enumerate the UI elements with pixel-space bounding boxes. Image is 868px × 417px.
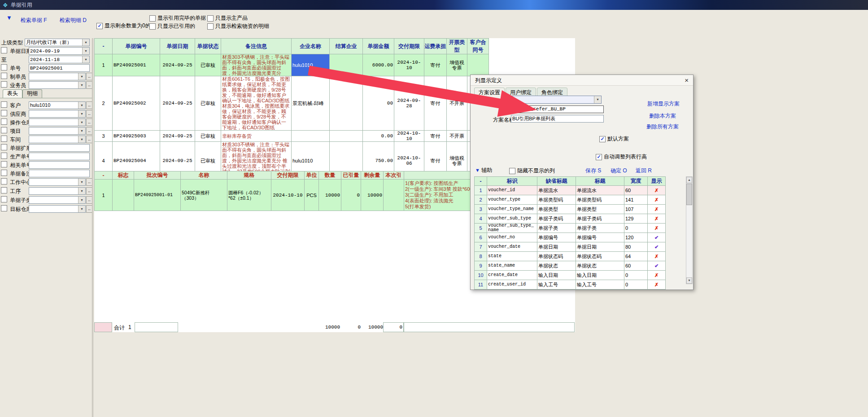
target-warehouse-select[interactable]: ▼	[29, 205, 86, 213]
cell-title[interactable]: 单据流水	[576, 186, 624, 195]
back-button[interactable]: 返回 R	[636, 167, 652, 175]
table-row[interactable]: 3 voucher_type_name 单据类型 单据类型 107 ✗	[475, 205, 666, 214]
process-select[interactable]: ▼	[29, 187, 86, 195]
cell-row-num[interactable]: 8	[475, 252, 487, 261]
tab-header[interactable]: 表头	[3, 89, 22, 98]
cell-row-num[interactable]: 3	[475, 205, 487, 214]
cell-width[interactable]: 129	[624, 214, 648, 224]
checkbox-icon[interactable]	[149, 15, 156, 22]
checkbox-icon[interactable]	[1, 101, 7, 108]
checkbox-icon[interactable]	[207, 23, 214, 30]
checkbox-icon[interactable]	[1, 153, 7, 159]
cell-default-title[interactable]: 单据类型码	[537, 195, 576, 205]
date-to-input[interactable]: 2024-11-18 ▼	[29, 56, 90, 63]
dropdown-icon[interactable]: ▼	[78, 102, 85, 109]
cell-default-title[interactable]: 输入日期	[537, 271, 576, 280]
cell-default-title[interactable]: 单据子类码	[537, 214, 576, 224]
checkbox-icon[interactable]	[1, 205, 7, 211]
checkbox-icon[interactable]	[509, 168, 515, 174]
cell-voucher-no[interactable]: BP240925001	[113, 54, 160, 76]
cell-voucher-date[interactable]: 2024-09-25	[160, 76, 195, 131]
cell-width[interactable]: 60	[624, 261, 648, 271]
visibility-mark[interactable]: ✗	[648, 252, 666, 261]
cell-voucher-date[interactable]: 2024-09-25	[160, 54, 195, 76]
delete-all-schemes-link[interactable]: 删除所有方案	[646, 123, 679, 131]
cell-company[interactable]: 景宏机械-邱峰	[292, 76, 330, 131]
checkbox-icon[interactable]	[599, 136, 606, 142]
voucher-ext-input[interactable]	[29, 144, 90, 152]
cell-row-num[interactable]: 11	[475, 280, 487, 290]
table-row[interactable]: 8 state 单据状态码 单据状态码 64 ✗	[475, 252, 666, 261]
checkbox-icon[interactable]	[96, 23, 103, 29]
show-finished-checkbox[interactable]: 显示引用完毕的单据	[149, 14, 206, 22]
supplier-select[interactable]: ▼	[29, 110, 86, 118]
ok-button[interactable]: 确定 O	[611, 167, 627, 175]
visibility-mark[interactable]: ✗	[648, 271, 666, 280]
cell-default-title[interactable]: 单据流水	[537, 186, 576, 195]
cell-row-num[interactable]: 1	[475, 186, 487, 195]
cell-field-id[interactable]: voucher_sub_type_name	[487, 224, 537, 233]
cell-row-num[interactable]: 4	[475, 214, 487, 224]
checkbox-icon[interactable]	[1, 196, 7, 202]
only-main-product-checkbox[interactable]: 只显示主产品	[207, 14, 248, 22]
cell-row-num[interactable]: 5	[475, 224, 487, 233]
dropdown-icon[interactable]: ▼	[78, 127, 85, 134]
cell-title[interactable]: 单据编号	[576, 233, 624, 242]
cell-deadline[interactable]: 2024-10-10	[394, 54, 424, 76]
download-icon[interactable]: ▼	[6, 14, 12, 21]
checkbox-icon[interactable]	[1, 47, 7, 53]
close-icon[interactable]: ×	[685, 75, 689, 86]
assist-button[interactable]: ▼ 辅助	[475, 167, 492, 174]
hide-hidden-columns-checkbox[interactable]: 隐藏不显示的列	[509, 167, 555, 175]
cell-row-num[interactable]: 2	[475, 195, 487, 205]
tab-scheme-settings[interactable]: 方案设置	[474, 88, 505, 98]
table-row[interactable]: 4 voucher_sub_type 单据子类码 单据子类码 129 ✗	[475, 214, 666, 224]
totals-wide-box[interactable]	[404, 322, 575, 332]
checkbox-icon[interactable]	[596, 154, 602, 160]
auto-row-height-checkbox[interactable]: 自动调整列表行高	[596, 153, 647, 161]
cell-title[interactable]: 单据日期	[576, 242, 624, 252]
cell-flag[interactable]	[113, 180, 134, 211]
totals-current-input[interactable]: 0	[383, 322, 404, 332]
checkbox-icon[interactable]	[1, 144, 7, 150]
checkbox-icon[interactable]	[1, 178, 7, 184]
more-button[interactable]: ..	[86, 136, 92, 143]
scroll-up-icon[interactable]: ▲	[686, 177, 692, 183]
cell-default-title[interactable]: 单据状态	[537, 261, 576, 271]
more-button[interactable]: ..	[86, 178, 92, 186]
project-select[interactable]: ▼	[29, 127, 86, 135]
cell-row-num[interactable]: 2	[95, 76, 113, 131]
cell-field-id[interactable]: state_name	[487, 261, 537, 271]
cell-default-title[interactable]: 单据状态码	[537, 252, 576, 261]
cell-title[interactable]: 单据类型码	[576, 195, 624, 205]
checkbox-icon[interactable]	[1, 161, 7, 167]
creator-select[interactable]: ▼	[29, 73, 86, 80]
cell-default-title[interactable]: 输入工号	[537, 280, 576, 290]
search-detail-button[interactable]: 检索明细 D	[60, 17, 87, 24]
checkbox-icon[interactable]	[1, 73, 7, 79]
cell-amount[interactable]: 00	[363, 76, 394, 131]
checkbox-icon[interactable]	[1, 81, 7, 88]
voucher-subtype-select[interactable]: ▼	[29, 196, 86, 204]
more-button[interactable]: ..	[86, 73, 92, 80]
dropdown-icon[interactable]: ▼	[82, 48, 89, 54]
cell-field-id[interactable]: voucher_date	[487, 242, 537, 252]
more-button[interactable]: ..	[86, 101, 92, 109]
cell-width[interactable]: 107	[624, 205, 648, 214]
cell-remain-qty[interactable]: 10000	[361, 180, 384, 211]
dropdown-icon[interactable]: ▼	[82, 56, 89, 63]
more-button[interactable]: ..	[86, 127, 92, 135]
cell-state[interactable]: 已审核	[195, 131, 221, 142]
cell-width[interactable]: 60	[624, 186, 648, 195]
cell-remark[interactable]: 材质303不锈钢，注意：平头端面不得有尖角，圆头球面与斜面，斜面与直面必须圆滑过…	[221, 54, 292, 76]
more-button[interactable]: ..	[86, 110, 92, 118]
cell-invoice-type[interactable]: 不开票	[447, 131, 467, 142]
visibility-mark[interactable]: ✗	[648, 214, 666, 224]
work-center-select[interactable]: ▼	[29, 178, 86, 186]
tab-detail[interactable]: 明细	[22, 89, 42, 98]
cell-voucher-date[interactable]: 2024-09-25	[160, 131, 195, 142]
cell-used-qty[interactable]: 0	[341, 180, 361, 211]
cell-width[interactable]: 0	[624, 271, 648, 280]
cell-field-id[interactable]: voucher_type	[487, 195, 537, 205]
add-scheme-link[interactable]: 新增显示方案	[647, 100, 680, 108]
